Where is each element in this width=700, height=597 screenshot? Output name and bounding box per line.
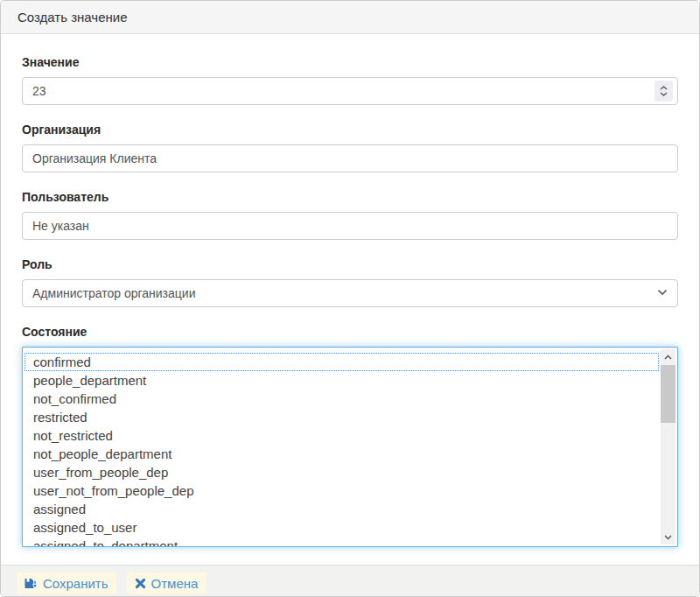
- organization-label: Организация: [22, 123, 678, 137]
- listbox-option[interactable]: not_confirmed: [24, 390, 659, 408]
- field-group-value: Значение: [22, 55, 678, 105]
- save-button[interactable]: Сохранить: [17, 572, 116, 594]
- field-group-organization: Организация: [22, 123, 678, 172]
- organization-input[interactable]: [22, 144, 678, 172]
- listbox-scrollbar[interactable]: [661, 349, 676, 544]
- floppy-save-icon: [24, 578, 38, 589]
- panel-title: Создать значение: [1, 1, 699, 34]
- field-group-role: Роль Администратор организации: [22, 257, 678, 307]
- cancel-button[interactable]: Отмена: [127, 572, 206, 594]
- scrollbar-thumb[interactable]: [661, 365, 676, 423]
- listbox-option[interactable]: not_restricted: [24, 426, 659, 445]
- cancel-button-label: Отмена: [151, 575, 199, 592]
- listbox-option-clipped[interactable]: assigned_to_department: [24, 537, 659, 546]
- listbox-option-confirmed[interactable]: confirmed: [24, 353, 659, 371]
- listbox-option[interactable]: assigned: [24, 500, 659, 518]
- user-input[interactable]: [22, 212, 678, 240]
- save-button-label: Сохранить: [43, 575, 108, 592]
- state-listbox[interactable]: confirmed people_department not_confirme…: [22, 347, 678, 547]
- form-body: Значение Организация Пользователь: [1, 34, 699, 565]
- chevron-up-icon: [664, 355, 672, 360]
- listbox-option[interactable]: user_from_people_dep: [24, 463, 659, 481]
- listbox-option[interactable]: not_people_department: [24, 445, 659, 463]
- x-icon: [135, 578, 146, 589]
- stepper-up-icon[interactable]: [660, 86, 668, 90]
- role-select[interactable]: Администратор организации: [22, 279, 678, 307]
- listbox-option[interactable]: assigned_to_user: [24, 518, 659, 537]
- value-label: Значение: [22, 55, 678, 69]
- chevron-down-icon: [664, 535, 672, 540]
- listbox-option[interactable]: restricted: [24, 408, 659, 426]
- listbox-option[interactable]: user_not_from_people_dep: [24, 481, 659, 500]
- state-options: confirmed people_department not_confirme…: [24, 353, 659, 546]
- number-stepper[interactable]: [654, 81, 673, 102]
- state-label: Состояние: [22, 325, 678, 339]
- role-label: Роль: [22, 257, 678, 271]
- scrollbar-down-button[interactable]: [661, 530, 676, 544]
- field-group-user: Пользователь: [22, 190, 678, 240]
- panel-footer: Сохранить Отмена: [1, 565, 699, 597]
- listbox-option[interactable]: people_department: [24, 371, 659, 390]
- value-input[interactable]: [22, 77, 678, 105]
- user-label: Пользователь: [22, 190, 678, 204]
- scrollbar-up-button[interactable]: [661, 349, 676, 364]
- field-group-state: Состояние confirmed people_department no…: [22, 325, 678, 547]
- create-value-panel: Создать значение Значение Организация: [0, 0, 700, 597]
- stepper-down-icon[interactable]: [660, 92, 668, 96]
